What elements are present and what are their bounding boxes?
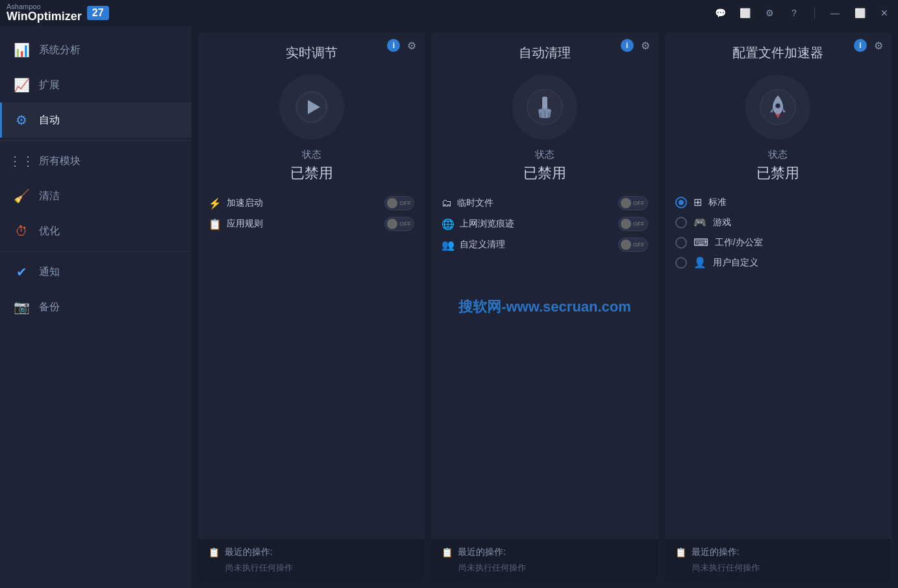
- close-button[interactable]: ✕: [877, 6, 892, 20]
- browse-icon: 🌐: [442, 218, 455, 230]
- profile-circle-icon: [745, 75, 810, 140]
- app-name-line2: WinOptimizer: [6, 10, 82, 23]
- browse-toggle-knob: [621, 219, 631, 229]
- rules-label-text: 应用规则: [227, 218, 263, 230]
- browse-label: 🌐 上网浏览痕迹: [442, 218, 514, 230]
- realtime-circle-icon: [279, 75, 344, 140]
- settings-icon[interactable]: ⚙: [762, 6, 777, 20]
- minimize-button[interactable]: —: [828, 6, 842, 20]
- card-autoclean-header-icons: i ⚙: [621, 39, 652, 52]
- realtime-info-icon[interactable]: i: [387, 39, 400, 52]
- sidebar-label-optimize: 优化: [39, 225, 60, 238]
- sidebar-label-extend: 扩展: [39, 79, 60, 92]
- profile-info-icon[interactable]: i: [854, 39, 867, 52]
- radio-row-standard[interactable]: ⊞ 标准: [675, 196, 881, 208]
- profile-recent-title: 📋 最近的操作:: [675, 546, 881, 558]
- clean-icon: 🧹: [13, 188, 30, 204]
- autoclean-settings-icon[interactable]: ⚙: [639, 39, 652, 52]
- sidebar-item-clean[interactable]: 🧹 清洁: [0, 178, 192, 214]
- toggle-row-boost: ⚡ 加速启动 OFF: [208, 196, 414, 210]
- radio-standard-circle: [675, 197, 687, 208]
- realtime-footer: 📋 最近的操作: 尚未执行任何操作: [198, 538, 425, 582]
- autoclean-recent-title: 📋 最近的操作:: [442, 546, 647, 558]
- titlebar: Ashampoo WinOptimizer 27 💬 ⬜ ⚙ ? — ⬜ ✕: [0, 0, 898, 26]
- autoclean-toggle-section: 🗂 临时文件 OFF 🌐 上网浏览痕迹 OFF: [431, 190, 658, 538]
- boost-toggle-knob: [387, 198, 397, 208]
- custom-clean-icon: 👥: [442, 239, 455, 251]
- window-icon[interactable]: ⬜: [738, 6, 752, 20]
- toggle-row-browse: 🌐 上网浏览痕迹 OFF: [442, 217, 647, 231]
- browse-toggle-text: OFF: [633, 221, 645, 227]
- sidebar-item-optimize[interactable]: ⏱ 优化: [0, 214, 192, 249]
- realtime-settings-icon[interactable]: ⚙: [405, 39, 418, 52]
- play-icon-svg: [295, 91, 328, 123]
- card-autoclean-header: 自动清理 i ⚙: [431, 32, 658, 68]
- sidebar-label-auto: 自动: [39, 114, 60, 127]
- profile-recent-label: 最近的操作:: [692, 546, 740, 558]
- card-autoclean-title: 自动清理: [519, 45, 571, 60]
- autoclean-info-icon[interactable]: i: [621, 39, 634, 52]
- radio-game-circle: [675, 217, 687, 228]
- temp-toggle[interactable]: OFF: [618, 196, 648, 210]
- sidebar-item-system-analysis[interactable]: 📊 系统分析: [0, 32, 192, 67]
- realtime-status-value: 已禁用: [198, 164, 425, 183]
- autoclean-recent-label: 最近的操作:: [458, 546, 506, 558]
- card-realtime-title: 实时调节: [286, 45, 338, 60]
- profile-recent-value: 尚未执行任何操作: [675, 562, 881, 574]
- rocket-icon-svg: [760, 89, 796, 125]
- custom-clean-toggle-text: OFF: [633, 241, 645, 248]
- bolt-icon: ⚡: [208, 197, 221, 210]
- game-icon: 🎮: [693, 216, 706, 228]
- temp-label-text: 临时文件: [457, 197, 493, 209]
- radio-game-label: 游戏: [713, 217, 731, 228]
- rules-toggle[interactable]: OFF: [384, 217, 414, 231]
- sidebar-label-all-modules: 所有模块: [39, 154, 81, 168]
- temp-toggle-knob: [621, 198, 631, 208]
- toggle-row-rules: 📋 应用规则 OFF: [208, 217, 414, 231]
- profile-radio-section: ⊞ 标准 🎮 游戏 ⌨ 工作/办公室 👤 用户自定义: [665, 190, 892, 538]
- radio-office-label: 工作/办公室: [715, 237, 763, 249]
- user-icon: 👤: [693, 256, 706, 269]
- browse-toggle[interactable]: OFF: [618, 217, 648, 231]
- radio-row-user-custom[interactable]: 👤 用户自定义: [675, 256, 881, 269]
- system-analysis-icon: 📊: [13, 42, 30, 58]
- custom-clean-label: 👥 自定义清理: [442, 239, 505, 251]
- sidebar-item-notify[interactable]: ✔ 通知: [0, 254, 192, 289]
- card-realtime-header-icons: i ⚙: [387, 39, 418, 52]
- toggle-row-temp: 🗂 临时文件 OFF: [442, 196, 647, 210]
- radio-row-game[interactable]: 🎮 游戏: [675, 216, 881, 228]
- card-profile-header-icons: i ⚙: [854, 39, 885, 52]
- sidebar-item-extend[interactable]: 📈 扩展: [0, 67, 192, 103]
- sidebar-label-system-analysis: 系统分析: [39, 43, 81, 57]
- titlebar-divider: [814, 8, 815, 18]
- sidebar-label-clean: 清洁: [39, 190, 60, 203]
- temp-icon: 🗂: [442, 197, 452, 209]
- profile-footer: 📋 最近的操作: 尚未执行任何操作: [665, 538, 892, 582]
- radio-row-office[interactable]: ⌨ 工作/办公室: [675, 236, 881, 249]
- boost-label: ⚡ 加速启动: [208, 197, 263, 210]
- custom-clean-toggle[interactable]: OFF: [618, 238, 648, 252]
- autoclean-recent-value: 尚未执行任何操作: [442, 562, 647, 574]
- custom-clean-label-text: 自定义清理: [460, 239, 505, 251]
- sidebar-item-all-modules[interactable]: ⋮⋮ 所有模块: [0, 143, 192, 178]
- boost-toggle[interactable]: OFF: [384, 196, 414, 210]
- broom-icon-svg: [527, 89, 563, 125]
- autoclean-status-label: 状态: [431, 149, 658, 161]
- extend-icon: 📈: [13, 77, 30, 93]
- sidebar-item-backup[interactable]: 📷 备份: [0, 289, 192, 325]
- profile-history-icon: 📋: [675, 547, 686, 557]
- card-realtime-tune: 实时调节 i ⚙ 状态 已禁用 ⚡ 加速启动: [198, 32, 425, 582]
- custom-clean-toggle-knob: [621, 239, 631, 250]
- sidebar-item-auto[interactable]: ⚙ 自动: [0, 103, 192, 138]
- radio-standard-label: 标准: [708, 197, 727, 208]
- card-auto-clean: 自动清理 i ⚙ 状态 已禁用 🗂 临时文件: [431, 32, 658, 582]
- chat-icon[interactable]: 💬: [713, 6, 727, 20]
- profile-settings-icon[interactable]: ⚙: [872, 39, 885, 52]
- app-logo: Ashampoo WinOptimizer 27: [6, 3, 109, 23]
- help-icon[interactable]: ?: [787, 6, 801, 20]
- boost-label-text: 加速启动: [227, 197, 263, 209]
- temp-label: 🗂 临时文件: [442, 197, 493, 209]
- rules-icon: 📋: [208, 218, 221, 230]
- autoclean-history-icon: 📋: [442, 547, 453, 557]
- restore-button[interactable]: ⬜: [853, 6, 867, 20]
